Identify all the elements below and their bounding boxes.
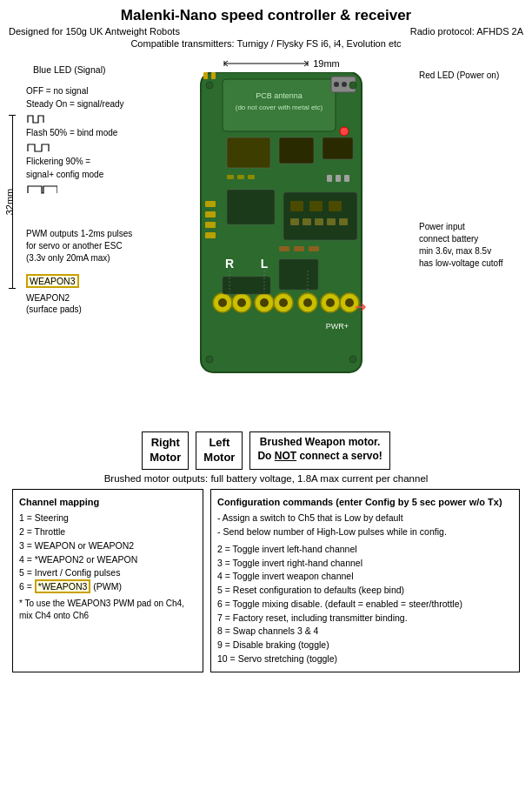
svg-text:R: R	[225, 257, 234, 271]
svg-rect-20	[290, 201, 303, 211]
svg-rect-7	[323, 137, 353, 159]
svg-text:(do not cover with metal etc): (do not cover with metal etc)	[236, 104, 323, 111]
channel-mapping-title: Channel mapping	[19, 495, 196, 510]
svg-text:L: L	[261, 257, 269, 271]
right-motor-label: Right	[150, 436, 181, 451]
svg-rect-6	[279, 137, 314, 164]
svg-rect-54	[309, 246, 319, 251]
svg-point-38	[279, 298, 288, 307]
subtitle-right: Radio protocol: AFHDS 2A	[410, 26, 523, 37]
config-item-3: 3 = Toggle invert right-hand channel	[217, 557, 513, 571]
pcb-diagram: PCB antenna (do not cover with metal etc…	[196, 72, 366, 377]
svg-rect-22	[329, 201, 342, 211]
weapon-motor-box: Brushed Weapon motor. Do NOT connect a s…	[249, 431, 389, 470]
svg-rect-24	[303, 218, 311, 225]
signal-steady: Steady On = signal/ready	[26, 97, 124, 110]
svg-rect-21	[309, 201, 323, 211]
svg-point-48	[334, 82, 339, 87]
channel-asterisk: * To use the WEAPON3 PWM pad on Ch4, mix…	[19, 598, 196, 622]
config-item-0: - Assign a switch to Ch5 that is Low by …	[217, 512, 513, 525]
svg-rect-52	[279, 246, 289, 251]
config-item-8: 8 = Swap channels 3 & 4	[217, 625, 513, 639]
left-motor-label2: Motor	[203, 451, 235, 465]
left-motor-box: Left Motor	[196, 431, 243, 470]
svg-rect-16	[205, 211, 216, 217]
brushed-note: Brushed motor outputs: full battery volt…	[9, 473, 523, 484]
subtitle-left: Designed for 150g UK Antweight Robots	[9, 26, 180, 37]
svg-point-32	[218, 298, 227, 307]
svg-rect-61	[211, 72, 216, 79]
svg-text:PWR+: PWR+	[326, 322, 349, 331]
svg-point-65	[349, 356, 356, 363]
svg-rect-17	[205, 222, 216, 228]
right-motor-box: Right Motor	[142, 431, 189, 470]
svg-rect-19	[283, 192, 357, 240]
svg-rect-15	[205, 201, 216, 207]
svg-rect-12	[336, 175, 341, 182]
config-item-4: 4 = Toggle invert weapon channel	[217, 570, 513, 584]
svg-rect-25	[315, 218, 323, 225]
svg-point-51	[340, 127, 349, 136]
config-commands-panel: Configuration commands (enter Config by …	[210, 489, 520, 672]
config-item-2: 2 = Toggle invert left-hand channel	[217, 543, 513, 557]
right-motor-label2: Motor	[150, 451, 181, 465]
dim-32mm: 32mm	[4, 189, 15, 216]
svg-rect-18	[205, 232, 216, 238]
red-led-label: Red LED (Power on)	[419, 70, 523, 82]
config-item-1: - Send below number of High-Low pulses w…	[217, 525, 513, 539]
left-motor-label: Left	[203, 436, 235, 451]
channel-item-1: 1 = Steering	[19, 512, 196, 525]
signal-off: OFF = no signal	[26, 84, 124, 97]
svg-point-40	[303, 298, 312, 307]
svg-point-49	[342, 82, 347, 87]
svg-rect-60	[203, 72, 208, 79]
svg-rect-14	[227, 190, 275, 224]
weapon-motor-line1: Brushed Weapon motor.	[257, 436, 382, 450]
config-item-9: 9 = Disable braking (toggle)	[217, 639, 513, 652]
svg-rect-13	[344, 175, 349, 182]
weapon-motor-line2: Do NOT connect a servo!	[257, 450, 382, 464]
config-item-6: 6 = Toggle mixing disable. (default = en…	[217, 598, 513, 612]
svg-rect-9	[237, 175, 244, 179]
config-title: Configuration commands (enter Config by …	[217, 495, 513, 510]
config-item-10: 10 = Servo stretching (toggle)	[217, 652, 513, 666]
svg-rect-8	[227, 175, 234, 179]
svg-rect-26	[327, 218, 336, 225]
svg-point-42	[326, 298, 335, 307]
channel-item-5: 5 = Invert / Config pulses	[19, 566, 196, 580]
svg-rect-23	[290, 218, 299, 225]
channel-mapping-panel: Channel mapping 1 = Steering 2 = Throttl…	[12, 489, 203, 672]
channel-item-6: 6 = *WEAPON3 (PWM)	[19, 580, 196, 594]
svg-point-34	[237, 298, 246, 307]
svg-rect-10	[248, 175, 255, 179]
svg-point-63	[349, 82, 356, 89]
svg-rect-55	[279, 259, 318, 290]
channel-item-2: 2 = Throttle	[19, 525, 196, 539]
svg-point-64	[206, 356, 213, 363]
svg-point-44	[345, 298, 354, 307]
power-input-label: Power input connect battery min 3.6v, ma…	[419, 221, 523, 270]
compatible-transmitters: Compatible transmitters: Turnigy / Flysk…	[9, 38, 523, 49]
page-title: Malenki-Nano speed controller & receiver	[9, 7, 523, 24]
config-item-5: 5 = Reset configuration to defaults (kee…	[217, 584, 513, 598]
weapon2-label: WEAPON2 (surface pads)	[26, 292, 82, 315]
config-item-7: 7 = Factory reset, including transmitter…	[217, 612, 513, 625]
channel-item-3: 3 = WEAPON or WEAPON2	[19, 539, 196, 553]
dim-19mm-label: 19mm	[313, 58, 340, 69]
svg-rect-53	[294, 246, 304, 251]
svg-point-62	[206, 82, 213, 89]
svg-rect-27	[339, 218, 348, 225]
weapon3-label: WEAPON3	[26, 274, 79, 288]
channel-item-4: 4 = *WEAPON2 or WEAPON	[19, 553, 196, 567]
signal-flicker: Flickering 90% = signal+ config mode	[26, 155, 124, 181]
pwm-output-label: PWM outputs 1-2ms pulses for servo or an…	[26, 228, 132, 264]
svg-point-36	[260, 298, 269, 307]
svg-rect-11	[327, 175, 332, 182]
signal-flash: Flash 50% = bind mode	[26, 126, 124, 139]
svg-rect-5	[227, 137, 270, 168]
blue-led-label: Blue LED (Signal)	[33, 64, 105, 77]
svg-text:PCB antenna: PCB antenna	[256, 91, 303, 100]
